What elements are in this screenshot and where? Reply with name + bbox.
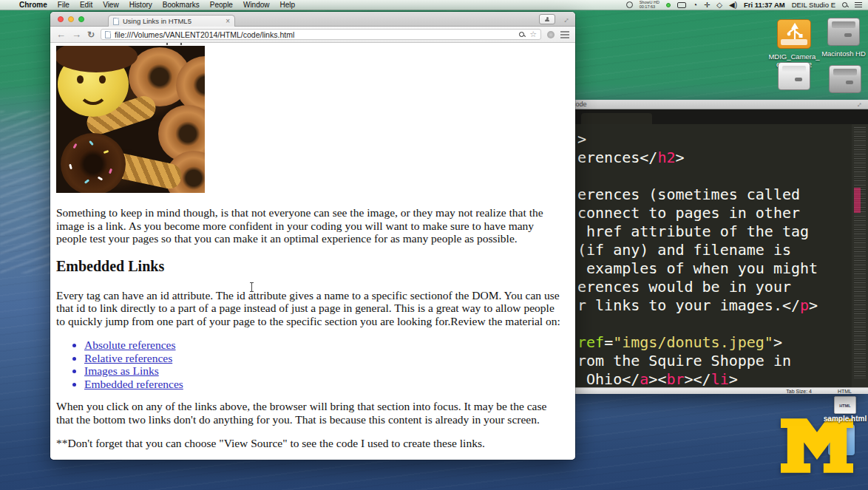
chrome-menu-icon[interactable] [560,31,569,38]
menu-history[interactable]: History [129,1,152,9]
minimap-highlight [854,188,861,213]
menu-bookmarks[interactable]: Bookmarks [163,1,200,9]
menu-edit[interactable]: Edit [80,1,92,9]
forward-button[interactable]: → [72,30,81,39]
desktop-icon-gray-drive[interactable] [819,65,868,96]
profile-button[interactable] [539,14,555,24]
desktop-icon-macintosh-hd[interactable]: Macintosh HD [818,18,868,58]
editor-window-title: code [575,101,587,108]
browser-window: Using Links in HTML5 × ↔ ← → ↻ file:///V… [50,12,575,460]
code-line: > [577,130,818,149]
paragraph-image-note: Something to keep in mind though, is tha… [56,206,565,245]
reload-button[interactable]: ↻ [87,30,95,40]
hard-drive-icon [829,65,861,93]
address-bar[interactable]: file:///Volumes/VANLENT2014/HTML/code/li… [101,29,541,40]
recorder-time: 00:17:63 [640,4,655,9]
section-heading: Embedded Links [56,257,565,275]
window-controls [58,16,84,22]
browser-tab[interactable]: Using Links in HTML5 × [108,15,235,27]
menu-clock[interactable]: Fri 11:37 AM [744,1,785,9]
smiley-eye [99,75,106,84]
menu-bar: Chrome File Edit View History Bookmarks … [0,0,868,10]
editor-tab-size[interactable]: Tab Size: 4 [786,389,812,394]
editor-title-bar[interactable]: code ↔ [575,100,868,109]
list-item: Images as Links [84,364,575,378]
link-absolute-references[interactable]: Absolute references [84,338,176,351]
hard-drive-icon [827,18,860,46]
code-line: erences (sometimes called [577,186,818,204]
chocolate-sprinkle-donut [61,133,126,193]
browser-toolbar: ← → ↻ file:///Volumes/VANLENT2014/HTML/c… [50,27,575,43]
desktop-icon-white-drive[interactable] [766,62,822,93]
menu-help[interactable]: Help [280,1,296,9]
menu-view[interactable]: View [103,1,119,9]
paragraph-click-note: When you click on any of the links above… [56,400,565,426]
file-label: sample.html [822,415,868,423]
editor-code-area[interactable]: >erences</h2>erences (sometimes calledco… [575,124,868,387]
smiley-cookie [58,52,129,117]
bookmark-star-icon[interactable]: ☆ [529,30,537,38]
screen-recorder-icon[interactable] [626,1,633,8]
text-cursor [251,283,252,291]
time-machine-icon[interactable]: ◔ [693,1,697,9]
code-line [577,167,818,186]
desktop: Chrome File Edit View History Bookmarks … [0,0,868,490]
link-relative-references[interactable]: Relative references [84,352,172,364]
code-line: connect to pages in other [577,204,818,222]
code-line: examples of when you might [577,259,818,278]
minimap-texture [854,127,866,378]
html-file-icon: HTML [834,396,856,414]
url-text[interactable]: file:///Volumes/VANLENT2014/HTML/code/li… [115,30,515,39]
editor-active-tab[interactable] [581,113,652,124]
list-item: Relative references [84,352,575,365]
extension-icon[interactable] [547,31,555,38]
minimize-window-icon[interactable] [68,16,74,22]
person-icon [545,17,549,21]
desktop-file-sample-html[interactable]: HTML sample.html [822,396,868,423]
browser-title-bar[interactable]: Using Links in HTML5 × ↔ [50,12,575,27]
editor-resize-icon[interactable]: ↔ [853,100,864,109]
menu-account[interactable]: DEIL Studio E [792,1,835,9]
status-green-dot-icon[interactable] [666,3,671,7]
cookie-frosting [56,46,138,72]
desktop-icon-label: Macintosh HD [818,50,868,58]
spotlight-search-icon[interactable] [842,2,848,8]
volume-icon[interactable]: ◀) [729,1,737,9]
usb-drive-icon [777,19,811,49]
editor-status-bar: Tab Size: 4 HTML [575,387,868,394]
reference-link-list: Absolute references Relative references … [84,338,575,390]
smiley-eye [77,75,84,84]
editor-minimap[interactable] [852,124,868,387]
code-line: erences</h2> [577,149,818,167]
link-images-as-links[interactable]: Images as Links [84,364,159,377]
desktop-icon-camera-drive[interactable]: MDIG_Camera_Originals_2 [766,19,822,69]
code-line [577,315,818,333]
clipped-text-fragment [166,43,168,45]
tab-title: Using Links in HTML5 [123,17,222,25]
menu-window[interactable]: Window [243,1,270,9]
menu-people[interactable]: People [210,1,233,9]
page-content: Something to keep in mind though, is tha… [50,43,575,460]
code-line: erences would be in your [577,278,818,296]
white-drive-icon [778,62,810,90]
code-line: rom the Squire Shoppe in [577,352,818,370]
code-lines: >erences</h2>erences (sometimes calledco… [577,130,818,387]
menu-app-name[interactable]: Chrome [19,1,47,9]
notification-center-icon[interactable] [855,2,862,7]
accessibility-icon[interactable]: ✛ [704,1,710,9]
menu-file[interactable]: File [58,1,69,9]
fullscreen-icon[interactable]: ↔ [559,13,571,25]
editor-syntax-mode[interactable]: HTML [838,389,852,394]
paragraph-view-source-note: **Don't forget that you can choose "View… [56,437,565,450]
paragraph-id-attribute: Every tag can have an id attribute. The … [56,289,565,328]
code-line: href attribute of the tag [577,222,818,241]
donuts-photo[interactable] [56,46,205,193]
zoom-page-icon[interactable] [519,32,525,38]
back-button[interactable]: ← [56,30,66,39]
link-embedded-references[interactable]: Embedded references [84,378,183,390]
dropbox-icon[interactable]: ◇ [716,1,722,9]
zoom-window-icon[interactable] [78,16,84,22]
display-icon[interactable] [677,2,686,8]
close-window-icon[interactable] [58,16,64,22]
tab-close-icon[interactable]: × [226,17,230,25]
